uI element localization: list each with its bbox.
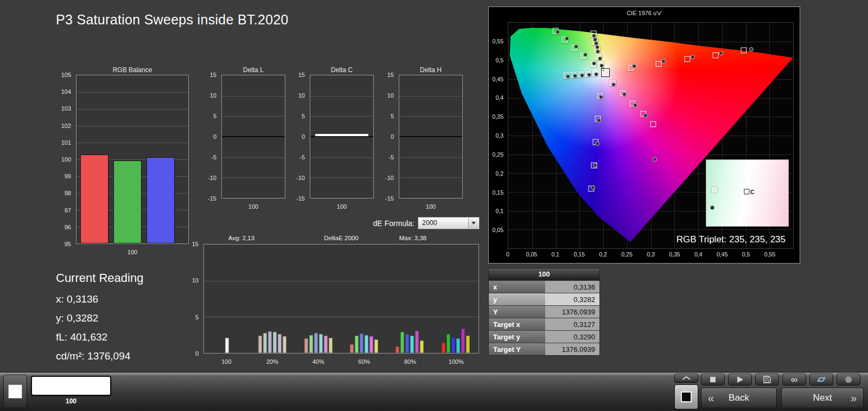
table-row-target-y[interactable]: Target Y1376,0939 [489,343,599,355]
target-marker [650,121,656,127]
play-icon [737,376,743,383]
grid-line [222,96,285,97]
y-tick-label: -15 [200,195,216,202]
table-row-target-y[interactable]: Target y0,3290 [489,330,599,343]
deltae-header: Avg: 2,13 DeltaE 2000 Max: 3,38 [203,235,479,242]
row-value: 1376,0939 [545,306,599,318]
deltae-bar [420,341,424,353]
delta-h-title: Delta H [399,66,463,74]
delta-c-title: Delta C [310,66,374,74]
pattern-toggle-button[interactable] [674,384,698,409]
deltae-title: DeltaE 2000 [203,235,479,241]
deltae-bar [461,329,465,353]
deltae-bar [442,343,445,353]
table-row-y[interactable]: Y1376,0939 [489,305,599,318]
y-tick-label: 15 [288,72,305,78]
y-tick-label: 104 [54,88,71,95]
measured-marker [643,113,648,118]
rgb-balance-x-label: 100 [76,249,189,255]
y-tick-label: -15 [288,195,305,202]
current-marker-box [744,189,749,195]
de-formula-select[interactable]: 2000 [418,217,480,229]
rgb-balance-bars [76,75,188,243]
delta-l-chart: Delta L -15-10-5051015 100 [200,66,288,211]
x-tick-label: 0,25 [621,251,632,258]
y-tick-label: 100 [54,156,71,163]
deltae-bar [283,336,286,353]
stop-button[interactable] [701,374,725,386]
row-value: 0,3290 [545,331,599,343]
y-tick-label: -10 [288,175,305,181]
deltae-bar [268,331,272,353]
x-tick-label: 0,4 [694,251,703,258]
measured-marker [593,37,597,42]
back-button[interactable]: « Back [701,388,777,408]
deltae-bar [329,338,333,353]
record-button[interactable] [837,374,860,386]
patt ern-swatch-label: 100 [31,397,111,405]
sync-button[interactable] [809,374,833,386]
deltae-bar [225,338,229,353]
next-button[interactable]: Next » [781,388,864,408]
deltae-bar [278,334,282,353]
inset-current-marker: C [744,189,754,195]
y-tick-label: 102 [54,123,71,129]
deltae-group [387,245,432,353]
table-row-x[interactable]: x0,3136 [489,280,599,293]
grid-line [310,96,373,97]
deltae-group [341,245,387,353]
x-tick-label: 80% [387,358,433,365]
x-tick-label: 0,15 [574,251,585,258]
save-icon [763,375,771,384]
delta-l-y-axis: -15-10-5051015 [200,75,219,198]
delta-h-plot [399,75,463,198]
y-tick-label: -5 [288,154,305,160]
next-chevrons-icon: » [851,392,857,404]
table-row-y[interactable]: y0,3282 [489,293,599,305]
cie-diagram-panel: CIE 1976 u'v' 0,050,10,150,20,250,30,350… [488,7,800,264]
x-tick-label: 0,5 [742,251,750,258]
measured-marker [632,64,636,68]
rgb-balance-bar-green [113,160,142,243]
deltae-bar [446,334,450,353]
x-tick-label: 0,05 [526,251,537,258]
deltae-bar [263,333,267,353]
measured-marker [574,44,578,49]
current-marker-label: C [750,189,754,195]
grid-line [399,177,462,178]
deltae-bar [365,335,368,353]
infinity-icon: ∞ [791,375,797,384]
y-tick-label: 0,15 [489,189,503,196]
measurement-table: 100 x0,3136y0,3282Y1376,0939Target x0,31… [488,268,600,356]
x-tick-label: 100 [203,358,250,365]
x-tick-label: 0,55 [764,251,775,258]
y-tick-label: 10 [288,92,305,99]
measured-marker [556,30,560,34]
measured-marker [566,74,570,79]
table-row-target-x[interactable]: Target x0,3127 [489,318,599,330]
delta-h-y-axis: -15-10-5051015 [377,75,397,198]
deltae-plot [203,244,479,354]
delta-c-x-label: 100 [310,203,374,210]
rgb-balance-title: RGB Balance [76,66,189,74]
x-tick-label: 0,45 [717,251,727,258]
row-value: 0,3127 [545,318,599,330]
measured-marker [595,142,599,146]
y-tick-label: -5 [377,154,394,160]
y-tick-label: -10 [200,175,216,181]
row-label: y [489,293,545,305]
deltae-bar [324,336,328,353]
collapse-button[interactable] [674,374,698,383]
measured-marker [611,82,616,87]
save-button[interactable] [755,374,779,386]
grid-line [310,157,373,158]
play-button[interactable] [728,374,752,386]
deltae-bar [273,332,277,353]
continuous-measure-button[interactable]: ∞ [782,374,806,386]
grid-line [222,116,285,117]
pattern-window-button[interactable] [3,375,27,408]
sync-icon [817,376,826,383]
cie-plot: C RGB Triplet: 235, 235, 235 [508,22,794,249]
measured-marker [593,163,597,168]
x-tick-label: 0,2 [599,251,607,258]
